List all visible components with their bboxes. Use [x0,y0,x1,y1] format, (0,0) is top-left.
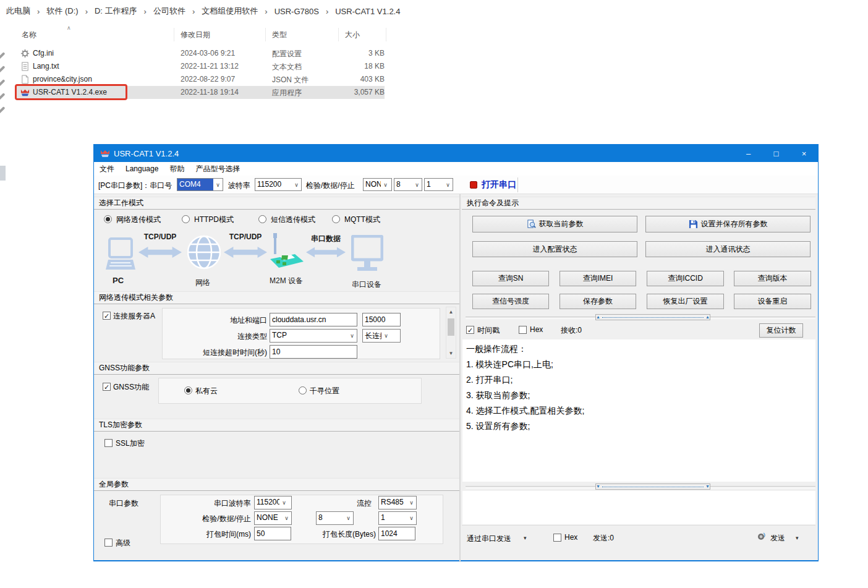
com-port-select[interactable]: COM4∨ [177,178,223,191]
splitter-arrow-icon: ▼ [705,484,710,489]
advanced-checkbox[interactable] [104,539,113,547]
file-type: JSON 文件 [272,75,308,85]
enter-comm-button[interactable]: 进入通讯状态 [645,241,811,257]
baud-select[interactable]: 115200∨ [255,178,302,191]
maximize-button[interactable]: □ [762,145,790,162]
column-header-date[interactable]: 修改日期 [174,28,266,41]
breadcrumb: 此电脑 › 软件 (D:) › D: 工作程序 › 公司软件 › 文档组使用软件… [6,5,400,17]
conn-mode-select[interactable]: 长连接∨ [362,329,401,343]
file-size: 18 KB [339,62,385,70]
table-row[interactable]: Lang.txt 2022-11-21 13:12 文本文档 18 KB [15,60,385,73]
receive-log[interactable]: 一般操作流程： 1. 模块连PC串口,上电; 2. 打开串口; 3. 获取当前参… [462,339,815,482]
splitter-handle[interactable]: ▲ ▲ [595,314,710,320]
radio-label[interactable]: MQTT模式 [344,215,380,225]
hex-send-checkbox[interactable] [553,534,561,542]
breadcrumb-item[interactable]: D: 工作程序 [95,6,137,17]
query-iccid-button[interactable]: 查询ICCID [647,271,724,286]
column-header-type[interactable]: 类型 [266,28,339,41]
scroll-up-icon[interactable]: ▲ [446,307,456,317]
stopbits-select[interactable]: 1∨ [424,178,453,191]
global-parity-label: 检验/数据/停止 [177,514,251,524]
menu-product-model[interactable]: 产品型号选择 [190,162,245,176]
table-row[interactable]: Cfg.ini 2024-03-06 9:21 配置设置 3 KB [15,47,385,60]
file-size: 403 KB [339,75,385,83]
breadcrumb-item[interactable]: USR-G780S [274,7,319,16]
double-arrow-icon [306,245,346,259]
breadcrumb-item[interactable]: USR-CAT1 V1.2.4 [335,7,400,16]
radio-label[interactable]: 私有云 [195,386,218,396]
short-conn-input[interactable] [270,345,357,359]
close-button[interactable]: × [790,145,818,162]
minimize-button[interactable]: – [734,145,762,162]
gnss-enable-label: GNSS功能 [113,382,149,393]
send-count: 发送:0 [593,533,614,543]
radio-label[interactable]: 千寻位置 [310,386,339,396]
send-bottom-bar: 通过串口发送 ▾ Hex 发送:0 发送 ▾ [462,525,815,548]
breadcrumb-item[interactable]: 公司软件 [153,6,185,17]
radio-qianxun[interactable] [299,386,307,394]
breadcrumb-item[interactable]: 软件 (D:) [46,6,78,17]
send-button[interactable]: 发送 [770,533,785,543]
get-params-button[interactable]: 获取当前参数 [472,216,637,232]
radio-label[interactable]: HTTPD模式 [194,215,234,225]
ssl-checkbox[interactable] [104,439,113,447]
scroll-down-icon[interactable]: ▼ [446,349,456,358]
vertical-scrollbar[interactable]: ▲ ▼ [446,307,456,359]
timestamp-checkbox[interactable]: ✓ [466,326,474,334]
breadcrumb-item[interactable]: 此电脑 [6,6,30,17]
query-sn-button[interactable]: 查询SN [472,271,549,286]
global-parity-select[interactable]: NONE∨ [254,511,292,525]
pack-len-input[interactable] [378,527,415,540]
radio-net-transparent-mode[interactable] [104,215,112,223]
reset-count-button[interactable]: 复位计数 [759,323,803,338]
file-type: 配置设置 [272,49,302,59]
databits-select[interactable]: 8∨ [394,178,422,191]
factory-reset-button[interactable]: 恢复出厂设置 [647,294,724,309]
save-params-button[interactable]: 保存参数 [560,294,636,309]
breadcrumb-item[interactable]: 文档组使用软件 [202,6,258,17]
radio-label[interactable]: 短信透传模式 [271,215,315,225]
chevron-down-icon: ∨ [279,496,289,509]
query-imei-button[interactable]: 查询IMEI [560,271,636,286]
gnss-enable-checkbox[interactable]: ✓ [103,383,111,391]
conn-type-select[interactable]: TCP∨ [270,329,357,343]
column-header-size[interactable]: 大小 [339,28,386,41]
enter-config-button[interactable]: 进入配置状态 [472,241,637,257]
flow-select[interactable]: RS485∨ [378,496,417,509]
query-signal-button[interactable]: 查信号强度 [472,294,549,309]
query-version-button[interactable]: 查询版本 [734,271,811,286]
chevron-down-icon: ∨ [282,512,291,524]
send-via-dropdown[interactable]: 通过串口发送 [467,534,511,544]
open-port-button[interactable]: 打开串口 [482,179,516,190]
pin-icon [0,79,6,87]
sort-ascending-icon[interactable]: ∧ [67,25,71,31]
radio-mqtt-mode[interactable] [332,215,340,223]
parity-select[interactable]: NONE∨ [363,178,392,191]
radio-sms-mode[interactable] [258,215,266,223]
address-input[interactable] [270,313,357,326]
set-save-all-button[interactable]: 设置并保存所有参数 [645,216,811,232]
menu-language[interactable]: Language [120,162,164,176]
menu-file[interactable]: 文件 [94,162,120,176]
splitter-handle[interactable]: ▼ ▼ [595,484,710,490]
global-baud-select[interactable]: 115200∨ [254,496,292,509]
conn-type-label: 连接类型 [174,331,267,342]
radio-private-cloud[interactable] [184,386,192,394]
json-file-icon [20,75,30,84]
title-bar[interactable]: USR-CAT1 V1.2.4 – □ × [94,145,818,162]
hex-recv-checkbox[interactable] [519,326,527,334]
scroll-thumb[interactable] [448,318,454,336]
radio-label[interactable]: 网络透传模式 [116,215,161,225]
port-input[interactable] [362,313,401,326]
global-stopbits-select[interactable]: 1∨ [378,511,417,525]
send-input-area[interactable] [462,491,815,524]
menu-help[interactable]: 帮助 [164,162,190,176]
server-a-checkbox[interactable]: ✓ [103,312,111,320]
device-restart-button[interactable]: 设备重启 [734,294,811,309]
log-line: 一般操作流程： [466,341,812,357]
pack-time-input[interactable] [254,527,291,540]
check-icon: ✓ [104,383,109,391]
radio-httpd-mode[interactable] [182,215,190,223]
column-header-name[interactable]: 名称 [15,28,174,41]
global-databits-select[interactable]: 8∨ [316,511,354,525]
